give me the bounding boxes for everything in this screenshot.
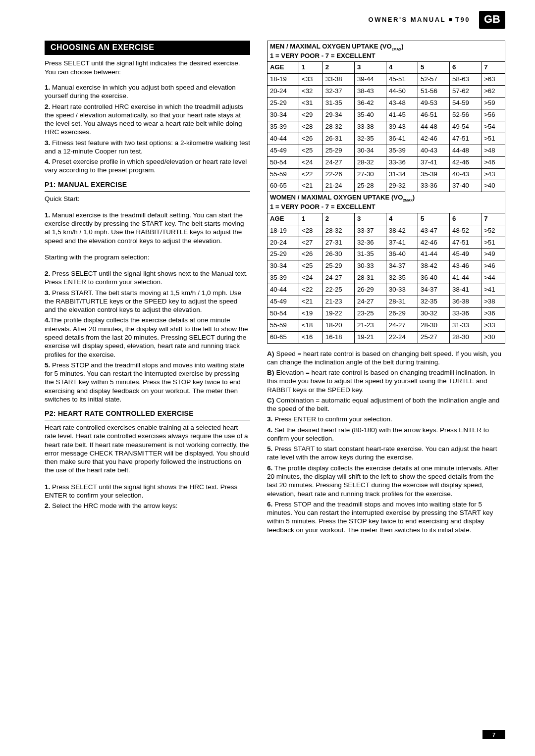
table-cell: <33 (299, 74, 323, 86)
table-cell: 25-29 (268, 98, 299, 109)
table-cell: 32-35 (354, 133, 386, 145)
table-col-header: 7 (482, 213, 505, 225)
table-cell: 42-46 (418, 237, 450, 249)
p1-step-4: 4.The profile display collects the exerc… (45, 316, 250, 358)
table-cell: >51 (482, 133, 505, 145)
table-cell: >46 (482, 260, 505, 272)
table-cell: >33 (482, 319, 505, 331)
table-cell: 44-48 (450, 145, 482, 156)
table-cell: 21-23 (322, 296, 354, 308)
table-col-header: 4 (386, 62, 418, 74)
table-cell: >51 (482, 237, 505, 249)
table-cell: 58-63 (450, 74, 482, 86)
table-cell: >52 (482, 225, 505, 237)
table-cell: <32 (299, 86, 323, 98)
table-cell: <28 (299, 225, 323, 237)
table-cell: 21-23 (354, 319, 386, 331)
table-cell: 49-53 (418, 98, 450, 109)
table-col-header: 3 (354, 213, 386, 225)
table-cell: 37-41 (386, 237, 418, 249)
table-cell: 32-35 (386, 272, 418, 284)
table-cell: 32-36 (354, 237, 386, 249)
starting-label: Starting with the program selection: (45, 253, 250, 261)
p1-heading: P1: MANUAL EXERCISE (45, 181, 250, 190)
p2-step-3: 3. Press ENTER to confirm your selection… (267, 415, 505, 423)
table-cell: <18 (299, 319, 323, 331)
table-cell: 42-46 (450, 156, 482, 168)
table-cell: <24 (299, 156, 323, 168)
table-cell: 40-44 (268, 284, 299, 296)
table-cell: 31-33 (450, 319, 482, 331)
table-cell: 40-43 (418, 145, 450, 156)
table-cell: 33-36 (418, 180, 450, 192)
table-col-header: 6 (450, 213, 482, 225)
page-header: OWNER'S MANUAL T90 GB (369, 11, 505, 29)
table-cell: 29-34 (322, 109, 354, 121)
table-cell: 48-52 (450, 225, 482, 237)
table-cell: 40-44 (268, 133, 299, 145)
manual-page: OWNER'S MANUAL T90 GB CHOOSING AN EXERCI… (0, 0, 535, 756)
table-col-header: 1 (299, 213, 323, 225)
table-row: 60-65<2121-2425-2829-3233-3637-40>40 (268, 180, 505, 192)
table-cell: 39-44 (354, 74, 386, 86)
table-cell: 33-37 (354, 225, 386, 237)
table-cell: 22-26 (322, 168, 354, 180)
table-cell: 24-27 (354, 296, 386, 308)
table-cell: 24-27 (322, 272, 354, 284)
table-cell: >41 (482, 284, 505, 296)
table-cell: 38-42 (386, 225, 418, 237)
table-cell: >46 (482, 156, 505, 168)
table-cell: 55-59 (268, 168, 299, 180)
table-cell: 28-32 (354, 156, 386, 168)
table-cell: 21-24 (322, 180, 354, 192)
table-row: 45-49<2525-2930-3435-3940-4344-48>48 (268, 145, 505, 156)
women-table-title: WOMEN / MAXIMAL OXYGEN UPTAKE (VO2MAX) 1… (268, 192, 505, 213)
table-cell: >54 (482, 121, 505, 133)
table-cell: 31-34 (386, 168, 418, 180)
table-row: 55-59<2222-2627-3031-3435-3940-43>43 (268, 168, 505, 180)
hrc-mode-b: B) Elevation = heart rate control is bas… (267, 368, 505, 394)
table-cell: 38-42 (418, 260, 450, 272)
table-cell: 20-24 (268, 237, 299, 249)
table-cell: 36-42 (354, 98, 386, 109)
table-cell: 23-25 (354, 307, 386, 319)
table-cell: 36-40 (418, 272, 450, 284)
table-cell: 37-41 (418, 156, 450, 168)
vo2max-table-men: MEN / MAXIMAL OXYGEN UPTAKE (VO2MAX) 1 =… (267, 41, 505, 192)
table-cell: >30 (482, 331, 505, 343)
table-cell: 35-39 (418, 168, 450, 180)
table-cell: 41-45 (386, 109, 418, 121)
table-cell: 26-30 (322, 249, 354, 260)
exercise-option-3: 3. Fitness test feature with two test op… (45, 139, 250, 156)
left-column: CHOOSING AN EXERCISE Press SELECT until … (45, 41, 250, 536)
table-cell: <26 (299, 249, 323, 260)
table-cell: 35-40 (354, 109, 386, 121)
table-cell: >49 (482, 249, 505, 260)
table-cell: 36-40 (386, 249, 418, 260)
table-col-header: 2 (322, 62, 354, 74)
table-cell: 38-43 (354, 86, 386, 98)
exercise-option-1: 1. Manual exercise in which you adjust b… (45, 83, 250, 101)
table-cell: 39-43 (386, 121, 418, 133)
table-col-header: 6 (450, 62, 482, 74)
table-cell: >43 (482, 168, 505, 180)
table-cell: 28-31 (354, 272, 386, 284)
table-cell: 28-30 (418, 319, 450, 331)
table-cell: 25-28 (354, 180, 386, 192)
p2-step-6a: 6. The profile display collects the exer… (267, 464, 505, 498)
table-cell: <22 (299, 284, 323, 296)
table-row: 30-34<2929-3435-4041-4546-5152-56>56 (268, 109, 505, 121)
table-row: 50-54<1919-2223-2526-2930-3233-36>36 (268, 307, 505, 319)
table-cell: 33-36 (450, 307, 482, 319)
table-cell: 16-18 (322, 331, 354, 343)
divider (45, 191, 250, 192)
table-cell: 52-56 (450, 109, 482, 121)
p2-step-5: 5. Press START to start constant heart-r… (267, 445, 505, 462)
table-cell: 50-54 (268, 156, 299, 168)
hrc-mode-a: A) Speed = heart rate control is based o… (267, 350, 505, 367)
table-cell: 31-35 (322, 98, 354, 109)
table-cell: 60-65 (268, 180, 299, 192)
table-cell: 33-38 (322, 74, 354, 86)
table-cell: 27-30 (354, 168, 386, 180)
table-col-header: 3 (354, 62, 386, 74)
